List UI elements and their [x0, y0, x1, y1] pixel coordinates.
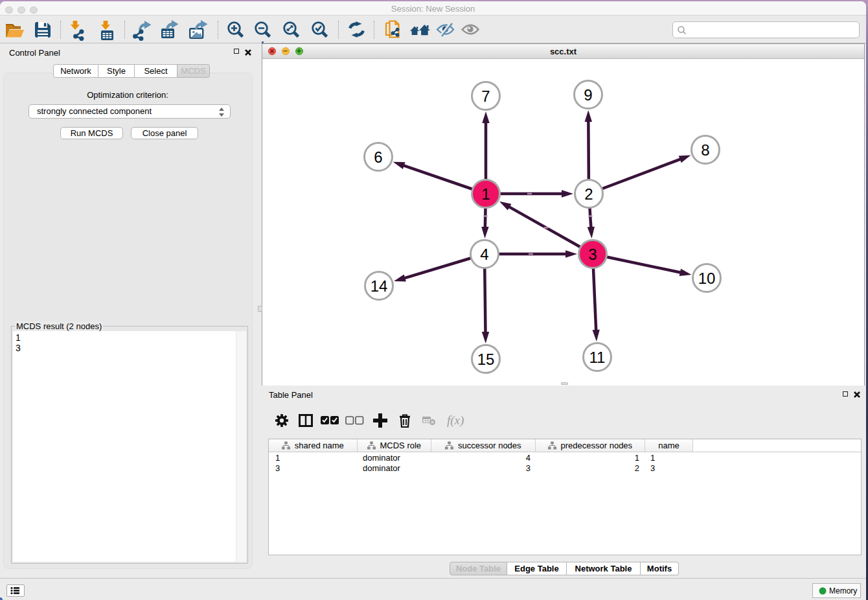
- svg-text:6: 6: [374, 148, 382, 166]
- svg-text:1: 1: [481, 185, 490, 203]
- svg-text:7: 7: [481, 87, 490, 105]
- svg-text:4: 4: [480, 246, 488, 263]
- svg-text:10: 10: [698, 270, 716, 287]
- svg-text:8: 8: [701, 141, 709, 159]
- svg-text:15: 15: [477, 351, 495, 368]
- svg-text:11: 11: [589, 349, 606, 366]
- svg-text:14: 14: [371, 277, 388, 295]
- svg-text:3: 3: [588, 246, 597, 263]
- svg-text:9: 9: [584, 86, 592, 104]
- svg-text:2: 2: [584, 185, 593, 203]
